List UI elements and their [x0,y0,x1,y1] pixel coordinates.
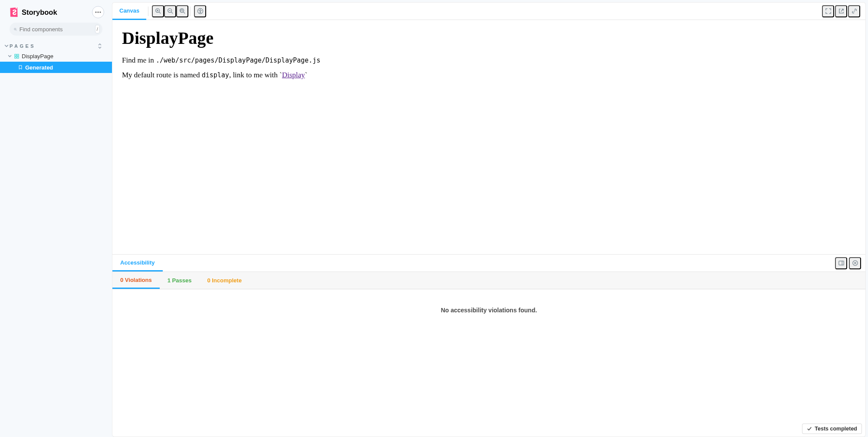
tree-component-displaypage[interactable]: DisplayPage [0,50,112,62]
a11y-tab-passes[interactable]: 1 Passes [160,272,200,289]
svg-point-1 [97,11,99,13]
search-icon [14,26,17,32]
bookmark-icon [18,65,23,70]
tree-story-label: Generated [25,64,53,71]
svg-rect-5 [15,54,16,56]
open-new-tab-button[interactable] [835,5,847,17]
text: Find me in [122,56,156,64]
tests-status-text: Tests completed [815,426,857,432]
copy-link-button[interactable] [848,5,860,17]
zoom-reset-icon [179,8,186,14]
svg-rect-6 [17,54,19,56]
zoom-in-icon [155,8,161,14]
a11y-empty-message: No accessibility violations found. [112,289,865,437]
toolbar-separator [148,7,148,16]
toolbar-separator [190,7,191,16]
zoom-out-button[interactable] [164,5,176,17]
a11y-tab-incomplete[interactable]: 0 Incomplete [199,272,249,289]
addon-panel: Accessibility 0 Violations 1 Passes 0 In… [112,254,865,437]
link-icon [851,8,858,14]
page-location-line: Find me in ./web/src/pages/DisplayPage/D… [122,56,856,65]
accessibility-vision-button[interactable] [194,5,206,17]
canvas-frame: DisplayPage Find me in ./web/src/pages/D… [112,20,865,254]
svg-rect-7 [15,56,16,58]
panel-right-icon [838,260,845,266]
chevron-down-icon [4,44,9,48]
file-path-code: ./web/src/pages/DisplayPage/DisplayPage.… [156,56,320,64]
svg-rect-8 [17,56,19,58]
search-input-wrap[interactable]: / [10,23,102,36]
zoom-reset-button[interactable] [176,5,188,17]
zoom-in-button[interactable] [152,5,164,17]
component-icon [14,54,19,59]
collapse-all-icon[interactable] [97,43,102,49]
svg-point-19 [200,9,201,10]
page-title: DisplayPage [122,28,856,48]
tree-story-generated[interactable]: Generated [0,62,112,73]
check-icon [807,426,812,431]
storybook-logo-icon [10,7,18,17]
tab-canvas[interactable]: Canvas [112,3,146,20]
fullscreen-icon [825,8,832,14]
sidebar: Storybook / PAGES DisplayPage [0,0,112,437]
tests-status-pill[interactable]: Tests completed [802,424,862,434]
addon-close-button[interactable] [849,257,861,269]
svg-rect-20 [838,261,843,265]
chevron-down-icon [8,54,12,58]
svg-point-2 [99,11,101,13]
brand-name: Storybook [22,8,57,17]
zoom-out-icon [167,8,174,14]
page-route-line: My default route is named display, link … [122,71,856,79]
tree-component-label: DisplayPage [22,53,53,60]
fullscreen-button[interactable] [822,5,834,17]
addon-orientation-button[interactable] [835,257,847,269]
svg-point-3 [14,28,16,30]
text: ` [305,71,308,79]
display-route-link[interactable]: Display [282,71,305,79]
external-link-icon [838,8,845,14]
main-panel: Canvas DisplayPage Find me in ./web/src/… [112,2,866,437]
svg-line-4 [16,30,16,30]
sidebar-menu-button[interactable] [92,6,104,18]
text: My default route is named [122,71,202,79]
search-input[interactable] [20,26,92,33]
toolbar: Canvas [112,3,865,20]
a11y-tab-violations[interactable]: 0 Violations [112,272,160,289]
brand[interactable]: Storybook [10,7,57,17]
svg-point-0 [95,11,96,13]
ellipsis-icon [95,11,101,13]
a11y-subtabs: 0 Violations 1 Passes 0 Incomplete [112,272,865,289]
search-shortcut-badge: / [95,25,100,33]
svg-line-14 [171,12,173,14]
svg-line-17 [183,12,185,14]
section-pages-label[interactable]: PAGES [10,43,36,49]
accessibility-icon [197,8,204,14]
svg-point-16 [180,9,184,13]
text: , link to me with ` [229,71,282,79]
addon-tab-accessibility[interactable]: Accessibility [112,255,163,271]
route-name-code: display [202,71,229,79]
svg-line-10 [159,12,161,14]
close-circle-icon [852,260,858,266]
